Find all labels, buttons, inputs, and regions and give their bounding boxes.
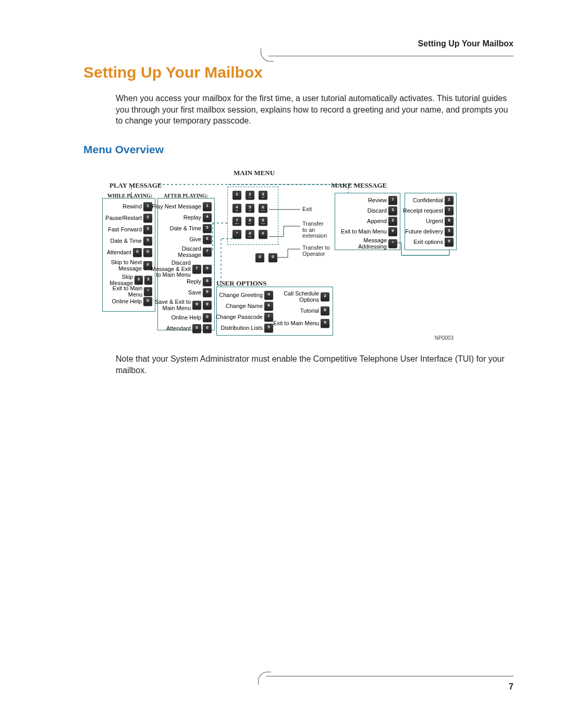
key-4: 4 — [203, 213, 212, 222]
key-7: 7 — [232, 217, 241, 226]
running-header: Setting Up Your Mailbox — [83, 39, 513, 62]
menu-row-label: Change Passcode — [216, 314, 263, 320]
key-0: 0 — [143, 297, 152, 306]
key-0: 0 — [133, 248, 142, 257]
menu-row-label: Receipt request — [403, 208, 443, 214]
key-7: 7 — [192, 265, 201, 274]
menu-row: Exit to Main Menu9 — [273, 319, 329, 328]
main-exit-label: Exit — [302, 206, 312, 213]
menu-row: Discard3 — [368, 206, 397, 215]
menu-row-label: Fast Forward — [108, 227, 142, 233]
menu-row: Urgent8 — [426, 217, 454, 226]
key-3: 3 — [259, 191, 267, 200]
menu-row: Exit options9 — [413, 238, 454, 246]
key-2: 2 — [321, 292, 329, 301]
menu-row-label: Call Schedule Options — [284, 291, 319, 303]
key-9: 9 — [321, 319, 329, 328]
key-9: 9 — [203, 265, 212, 274]
menu-row: Pause/Restart2 — [105, 214, 152, 223]
menu-row-label: Change Greeting — [219, 292, 263, 299]
menu-row: Discard Message & Exit to Main Menu79 — [151, 260, 212, 278]
menu-row-label: Replay — [183, 215, 201, 221]
menu-row-label: Exit options — [413, 239, 443, 245]
menu-row-label: Append — [367, 218, 387, 225]
key-2: 2 — [388, 217, 397, 226]
menu-row-label: Online Help — [172, 315, 201, 321]
key-5: 5 — [264, 324, 273, 332]
menu-row: Review7 — [368, 196, 397, 205]
key-0: 0 — [203, 324, 212, 333]
key-7: 7 — [388, 196, 397, 205]
menu-row: Date & Time5 — [110, 237, 152, 245]
key-3: 3 — [134, 276, 143, 285]
menu-row: Receipt request7 — [403, 206, 454, 215]
menu-row-label: Skip to Next Message — [111, 260, 142, 272]
menu-row-label: Exit to Main Menu — [100, 286, 142, 298]
menu-row-label: Rewind — [123, 204, 142, 210]
key-*: * — [388, 239, 397, 248]
note-paragraph: Note that your System Administrator must… — [116, 353, 508, 376]
main-transfer-ext-label: Transfer to an extension — [302, 221, 327, 239]
menu-row-label: Discard — [368, 208, 387, 214]
menu-row: Future delivery5 — [405, 227, 454, 236]
menu-row: Save & Exit to Main Menu99 — [155, 299, 212, 311]
menu-row-label: Play Next Message — [152, 204, 201, 210]
menu-row-label: Distribution Lists — [221, 325, 263, 331]
menu-row: Confidential2 — [413, 196, 454, 205]
menu-row: Replay4 — [183, 213, 212, 222]
menu-row-label: Confidential — [413, 198, 443, 204]
menu-row: Discard Message7 — [178, 246, 212, 258]
menu-row: Reply8 — [187, 277, 212, 286]
key-5: 5 — [203, 224, 212, 233]
key-0: 0 — [192, 324, 201, 333]
key-0: 0 — [203, 313, 212, 322]
menu-row: Play Next Message1 — [152, 202, 212, 211]
menu-row: Exit to Main Menu9 — [341, 227, 397, 236]
key-4: 4 — [264, 291, 273, 300]
key-1: 1 — [232, 191, 241, 200]
key-0: 0 — [143, 248, 152, 257]
menu-row-label: Review — [368, 198, 387, 204]
key-3: 3 — [388, 206, 397, 215]
key-7: 7 — [264, 313, 273, 322]
menu-row-label: Save & Exit to Main Menu — [155, 299, 191, 311]
key-9: 9 — [388, 227, 397, 236]
key-9: 9 — [259, 217, 267, 226]
menu-row-label: Give — [189, 237, 201, 243]
key-9: 9 — [203, 288, 212, 297]
key-7: 7 — [203, 248, 212, 256]
section-heading: Menu Overview — [83, 143, 164, 156]
key-2: 2 — [246, 191, 254, 200]
menu-row: Skip to Next Message# — [111, 260, 152, 272]
key-5: 5 — [445, 227, 454, 236]
key-*: * — [144, 287, 152, 296]
menu-row: Save9 — [188, 288, 212, 297]
key-5: 5 — [246, 204, 254, 213]
key-2: 2 — [143, 214, 152, 223]
key-8: 8 — [445, 217, 454, 226]
menu-row-label: Message Addressing — [358, 238, 387, 250]
menu-row: Give6 — [189, 235, 212, 244]
key-4: 4 — [232, 204, 241, 213]
key-6: 6 — [259, 204, 267, 213]
menu-row-label: Skip Message — [100, 274, 133, 286]
menu-row: Call Schedule Options2 — [284, 291, 329, 303]
key-1: 1 — [203, 202, 212, 211]
key-9: 9 — [203, 301, 212, 310]
page-title: Setting Up Your Mailbox — [83, 64, 263, 81]
main-menu-label: MAIN MENU — [234, 169, 275, 177]
menu-row: Attendant00 — [107, 248, 152, 257]
menu-row-label: Exit to Main Menu — [341, 229, 387, 235]
key-7: 7 — [445, 206, 454, 215]
key-8: 8 — [321, 306, 329, 315]
menu-row: Skip Message33 — [100, 274, 152, 286]
menu-row: Change Greeting4 — [219, 291, 273, 300]
intro-paragraph: When you access your mailbox for the fir… — [116, 93, 508, 127]
key-3: 3 — [143, 225, 152, 234]
main-transfer-op-label: Transfer to Operator — [302, 245, 330, 257]
menu-row-label: Urgent — [426, 218, 443, 225]
menu-row: Append2 — [367, 217, 397, 226]
menu-row: Rewind1 — [123, 202, 152, 211]
menu-row-label: Save — [188, 290, 201, 296]
menu-row-label: Future delivery — [405, 229, 443, 235]
